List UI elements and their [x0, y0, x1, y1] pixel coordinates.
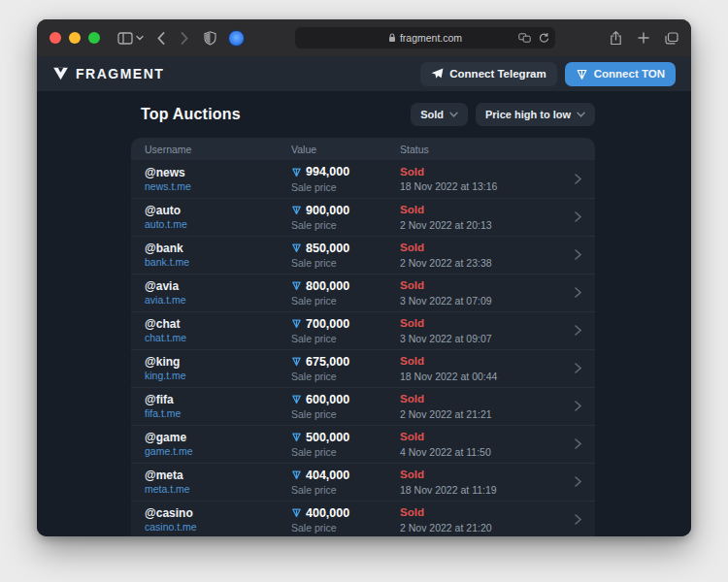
table-row[interactable]: @news news.t.me 994,000 Sale price Sold … [131, 160, 595, 198]
forward-button-icon[interactable] [181, 32, 188, 45]
fragment-logo[interactable]: FRAGMENT [52, 66, 164, 81]
column-username: Username [145, 144, 291, 155]
row-value-sublabel: Sale price [291, 407, 400, 421]
status-filter-dropdown[interactable]: Sold [411, 103, 468, 126]
fragment-logo-text: FRAGMENT [76, 66, 164, 81]
address-bar[interactable]: fragment.com [295, 27, 555, 48]
table-row[interactable]: @avia avia.t.me 800,000 Sale price Sold … [131, 274, 595, 311]
row-username: @chat [145, 316, 291, 332]
row-status-badge: Sold [400, 468, 556, 483]
row-username: @king [145, 354, 291, 370]
row-username-link[interactable]: casino.t.me [145, 521, 291, 534]
row-username-link[interactable]: bank.t.me [145, 256, 291, 270]
column-status: Status [400, 144, 556, 155]
row-status-date: 4 Nov 2022 at 11:50 [400, 445, 556, 459]
chevron-right-icon [575, 246, 581, 264]
row-status-date: 18 Nov 2022 at 13:16 [400, 179, 556, 193]
row-status-badge: Sold [400, 505, 556, 521]
auctions-table: Username Value Status @news news.t.me 99… [131, 138, 595, 536]
row-status-date: 18 Nov 2022 at 00:44 [400, 370, 556, 383]
row-status-badge: Sold [400, 165, 556, 180]
lock-icon [388, 33, 396, 43]
chevron-right-icon [575, 171, 581, 188]
table-row[interactable]: @bank bank.t.me 850,000 Sale price Sold … [131, 236, 595, 274]
telegram-plane-icon [431, 68, 444, 80]
row-username: @auto [145, 203, 291, 218]
table-row[interactable]: @fifa fifa.t.me 600,000 Sale price Sold … [131, 387, 595, 425]
row-value: 800,000 [306, 278, 349, 294]
back-button-icon[interactable] [157, 32, 165, 45]
ton-diamond-icon [291, 167, 302, 178]
row-status-badge: Sold [400, 203, 556, 218]
ton-diamond-icon [291, 318, 302, 329]
table-row[interactable]: @casino casino.t.me 400,000 Sale price S… [131, 501, 595, 536]
table-row[interactable]: @meta meta.t.me 404,000 Sale price Sold … [131, 463, 595, 501]
row-status-badge: Sold [400, 316, 556, 332]
new-tab-icon[interactable] [638, 32, 649, 44]
row-username-link[interactable]: news.t.me [145, 180, 291, 194]
row-status-badge: Sold [400, 241, 556, 256]
connect-ton-button[interactable]: Connect TON [565, 62, 676, 86]
row-username-link[interactable]: fifa.t.me [145, 407, 291, 421]
row-value-sublabel: Sale price [291, 332, 400, 345]
site-header: FRAGMENT Connect Telegram [37, 56, 691, 91]
chevron-right-icon [575, 511, 581, 529]
row-username-link[interactable]: king.t.me [145, 370, 291, 383]
table-row[interactable]: @chat chat.t.me 700,000 Sale price Sold … [131, 311, 595, 349]
chevron-right-icon [575, 473, 581, 491]
close-window-button[interactable] [50, 32, 61, 44]
translate-icon[interactable] [518, 33, 531, 43]
row-value: 675,000 [306, 354, 349, 370]
row-value-sublabel: Sale price [291, 218, 400, 232]
sort-filter-dropdown[interactable]: Price high to low [476, 103, 595, 126]
row-status-date: 3 Nov 2022 at 09:07 [400, 332, 556, 345]
row-value: 600,000 [306, 392, 349, 407]
row-status-badge: Sold [400, 278, 556, 294]
table-header: Username Value Status [131, 138, 595, 160]
table-row[interactable]: @auto auto.t.me 900,000 Sale price Sold … [131, 198, 595, 236]
row-username-link[interactable]: meta.t.me [145, 483, 291, 497]
fragment-logo-icon [52, 67, 69, 81]
chevron-right-icon [575, 436, 581, 453]
zoom-window-button[interactable] [88, 32, 100, 44]
browser-extension-icon[interactable] [228, 30, 245, 47]
row-value-sublabel: Sale price [291, 294, 400, 307]
url-text: fragment.com [400, 32, 462, 44]
row-username-link[interactable]: game.t.me [145, 445, 291, 459]
sidebar-toggle-icon[interactable] [117, 32, 133, 45]
chevron-right-icon [575, 398, 581, 415]
row-status-date: 18 Nov 2022 at 11:19 [400, 483, 556, 497]
shield-extension-icon[interactable] [204, 31, 216, 46]
connect-telegram-button[interactable]: Connect Telegram [420, 62, 556, 86]
row-username: @bank [145, 241, 291, 256]
minimize-window-button[interactable] [69, 32, 81, 44]
chevron-down-icon [449, 112, 458, 117]
row-username: @meta [145, 468, 291, 483]
row-value: 994,000 [306, 164, 349, 179]
row-username-link[interactable]: avia.t.me [145, 294, 291, 307]
row-status-badge: Sold [400, 392, 556, 407]
ton-diamond-icon [291, 205, 302, 215]
ton-diamond-icon [291, 242, 302, 253]
chevron-down-icon [577, 112, 585, 117]
row-username-link[interactable]: auto.t.me [145, 218, 291, 232]
reload-icon[interactable] [539, 33, 549, 44]
browser-window: fragment.com [37, 19, 691, 536]
row-value: 850,000 [306, 241, 349, 256]
sidebar-chevron-down-icon[interactable] [136, 35, 144, 41]
table-row[interactable]: @game game.t.me 500,000 Sale price Sold … [131, 425, 595, 463]
row-username-link[interactable]: chat.t.me [145, 332, 291, 345]
table-row[interactable]: @king king.t.me 675,000 Sale price Sold … [131, 349, 595, 387]
row-status-badge: Sold [400, 430, 556, 445]
ton-diamond-icon [291, 432, 302, 442]
traffic-lights [50, 32, 100, 44]
tab-overview-icon[interactable] [665, 32, 678, 45]
row-value: 404,000 [306, 468, 349, 483]
row-status-date: 2 Nov 2022 at 21:20 [400, 521, 556, 534]
row-value: 900,000 [306, 203, 349, 218]
ton-diamond-icon [291, 356, 302, 367]
row-username: @avia [145, 278, 291, 294]
ton-diamond-icon [576, 68, 588, 81]
row-username: @game [145, 430, 291, 445]
share-icon[interactable] [610, 31, 622, 46]
